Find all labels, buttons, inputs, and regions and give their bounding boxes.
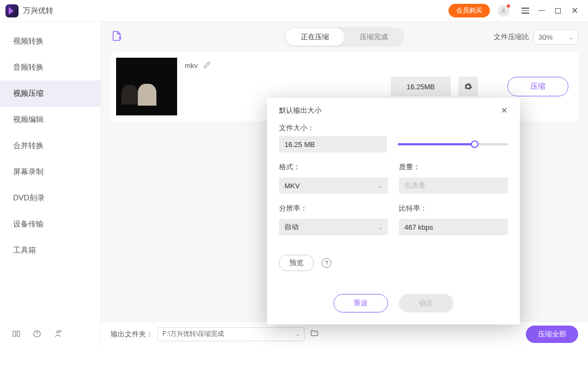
minimize-button[interactable]: [534, 3, 550, 19]
purchase-button[interactable]: 会员购买: [448, 4, 490, 17]
file-name: mkv: [185, 62, 198, 70]
tutorial-icon[interactable]: [12, 329, 21, 338]
nav-list: 视频转换 音频转换 视频压缩 视频编辑 合并转换 屏幕录制 DVD刻录 设备传输…: [0, 22, 100, 321]
size-slider[interactable]: [398, 136, 508, 152]
nav-device-transfer[interactable]: 设备传输: [0, 211, 100, 237]
confirm-button[interactable]: 确定: [399, 294, 453, 312]
output-path-value: F:\万兴优转\压缩完成: [162, 329, 224, 339]
nav-merge[interactable]: 合并转换: [0, 133, 100, 159]
nav-screen-record[interactable]: 屏幕录制: [0, 159, 100, 185]
nav-video-compress[interactable]: 视频压缩: [0, 81, 100, 107]
menu-icon[interactable]: [517, 3, 534, 19]
output-size-modal: 默认输出大小 ✕ 文件大小： 16.25 MB 格式： 质量：: [267, 98, 520, 324]
output-size: 16.25MB: [391, 77, 451, 96]
format-select[interactable]: MKV ⌄: [279, 177, 388, 194]
format-value: MKV: [284, 182, 300, 190]
open-folder-icon[interactable]: [310, 329, 319, 339]
title-bar: 万兴优转 会员购买 ✕: [0, 0, 588, 22]
main-area: 正在压缩 压缩完成 文件压缩比 30% ⌄ mkv 16.25MB: [101, 22, 588, 346]
quality-field: 低质量: [399, 177, 508, 194]
edit-name-icon[interactable]: [203, 61, 211, 70]
file-size-field: 16.25 MB: [279, 136, 387, 152]
chevron-down-icon: ⌄: [378, 183, 383, 189]
reset-button[interactable]: 重设: [334, 294, 388, 312]
slider-knob[interactable]: [471, 140, 478, 148]
app-title: 万兴优转: [23, 6, 53, 16]
chevron-down-icon: ⌄: [295, 331, 300, 337]
settings-button[interactable]: [458, 77, 478, 96]
bitrate-field[interactable]: 467 kbps: [399, 219, 508, 235]
format-label: 格式：: [279, 162, 388, 172]
compress-button[interactable]: 压缩: [507, 77, 568, 96]
resolution-label: 分辨率：: [279, 204, 388, 213]
modal-title: 默认输出大小: [279, 106, 322, 115]
file-size-value: 16.25 MB: [284, 140, 315, 149]
nav-audio-convert[interactable]: 音频转换: [0, 54, 100, 81]
svg-point-3: [59, 330, 61, 332]
account-icon[interactable]: [498, 5, 510, 17]
ratio-label: 文件压缩比: [494, 32, 529, 42]
quality-label: 质量：: [399, 162, 508, 172]
quality-placeholder: 低质量: [404, 181, 426, 191]
app-logo-icon: [5, 4, 19, 17]
share-icon[interactable]: [53, 329, 62, 338]
nav-toolbox[interactable]: 工具箱: [0, 237, 100, 263]
video-thumbnail[interactable]: [116, 58, 177, 115]
resolution-select[interactable]: 自动 ⌄: [279, 219, 388, 235]
help-icon[interactable]: ?: [322, 258, 331, 268]
svg-point-0: [502, 9, 505, 11]
help-icon[interactable]: [33, 329, 41, 338]
output-label: 输出文件夹：: [111, 329, 153, 339]
ratio-select[interactable]: 30% ⌄: [534, 29, 578, 45]
maximize-button[interactable]: [550, 3, 566, 19]
bitrate-label: 比特率：: [399, 204, 508, 213]
resolution-value: 自动: [284, 222, 299, 232]
svg-point-2: [57, 331, 59, 333]
nav-dvd-burn[interactable]: DVD刻录: [0, 185, 100, 211]
file-size-label: 文件大小：: [279, 123, 508, 133]
ratio-value: 30%: [538, 33, 553, 41]
tab-done[interactable]: 压缩完成: [344, 28, 403, 46]
chevron-down-icon: ⌄: [569, 34, 573, 40]
sidebar: 视频转换 音频转换 视频压缩 视频编辑 合并转换 屏幕录制 DVD刻录 设备传输…: [0, 22, 101, 346]
add-file-button[interactable]: [111, 30, 125, 44]
compress-all-button[interactable]: 压缩全部: [526, 326, 578, 343]
bottom-bar: 输出文件夹： F:\万兴优转\压缩完成 ⌄ 压缩全部: [101, 321, 588, 346]
nav-video-convert[interactable]: 视频转换: [0, 28, 100, 54]
bitrate-value: 467 kbps: [404, 223, 433, 231]
nav-video-edit[interactable]: 视频编辑: [0, 107, 100, 133]
tab-bar: 正在压缩 压缩完成: [284, 27, 404, 47]
toolbar: 正在压缩 压缩完成 文件压缩比 30% ⌄: [101, 22, 588, 52]
tab-compressing[interactable]: 正在压缩: [286, 28, 344, 46]
chevron-down-icon: ⌄: [378, 224, 383, 230]
output-path-select[interactable]: F:\万兴优转\压缩完成 ⌄: [157, 327, 305, 341]
close-icon[interactable]: ✕: [501, 106, 508, 115]
close-button[interactable]: ✕: [566, 3, 583, 19]
preview-button[interactable]: 预览: [279, 255, 314, 271]
